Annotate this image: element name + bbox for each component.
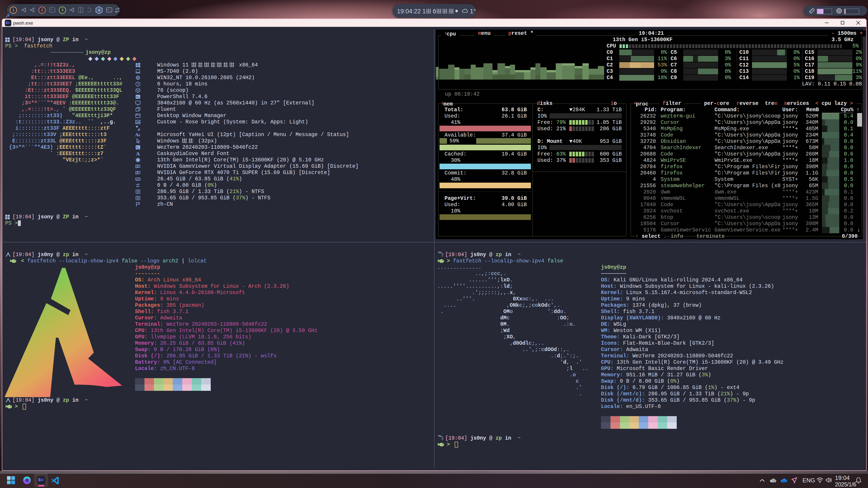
svg-text:A: A (138, 134, 141, 137)
svg-text:4: 4 (98, 8, 100, 12)
svg-text:A: A (136, 151, 140, 156)
